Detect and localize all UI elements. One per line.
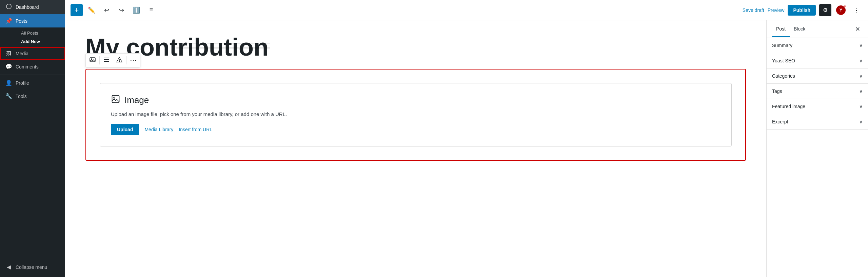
post-title[interactable]: My cont ribution xyxy=(85,34,746,61)
gear-icon: ⚙ xyxy=(823,7,828,13)
sidebar-divider xyxy=(0,75,65,75)
all-posts-link[interactable]: All Posts xyxy=(16,29,65,37)
pen-tool-button[interactable]: ✏️ xyxy=(85,4,98,16)
panel-section-yoast-header[interactable]: Yoast SEO ∨ xyxy=(767,53,868,68)
image-block-wrapper: ⋯ Image Upload an image file, pick one f… xyxy=(85,69,746,161)
panel-section-featured-image-header[interactable]: Featured image ∨ xyxy=(767,99,868,114)
image-block[interactable]: Image Upload an image file, pick one fro… xyxy=(85,69,746,161)
sidebar-item-tools[interactable]: 🔧 Tools xyxy=(0,90,65,103)
svg-point-7 xyxy=(119,61,120,62)
svg-rect-8 xyxy=(112,96,119,103)
collapse-label: Collapse menu xyxy=(16,264,47,270)
profile-icon: 👤 xyxy=(5,80,12,86)
main-area: + ✏️ ↩ ↪ ℹ️ ≡ Save draft Preview Publish… xyxy=(65,0,868,277)
block-more-button[interactable]: ⋯ xyxy=(127,54,139,66)
toolbar-left: + ✏️ ↩ ↪ ℹ️ ≡ xyxy=(71,4,157,16)
warning-icon xyxy=(116,56,123,64)
align-button[interactable] xyxy=(100,54,113,66)
toolbar-divider-2 xyxy=(126,56,126,64)
save-draft-button[interactable]: Save draft xyxy=(743,7,764,13)
sidebar-item-media[interactable]: 🖼 Media xyxy=(0,47,65,60)
redo-icon: ↪ xyxy=(119,6,124,14)
featured-image-label: Featured image xyxy=(772,104,805,109)
panel-section-yoast: Yoast SEO ∨ xyxy=(767,53,868,68)
sidebar-item-label: Tools xyxy=(16,94,27,99)
image-type-icon xyxy=(89,56,96,64)
pen-icon: ✏️ xyxy=(88,6,95,14)
image-type-button[interactable] xyxy=(86,54,99,66)
panel-section-excerpt: Excerpt ∨ xyxy=(767,114,868,130)
sidebar: Dashboard 📌 Posts All Posts Add New 🖼 Me… xyxy=(0,0,65,277)
warning-button[interactable] xyxy=(113,54,125,66)
excerpt-label: Excerpt xyxy=(772,119,788,124)
categories-chevron: ∨ xyxy=(859,73,863,79)
more-options-button[interactable]: ⋮ xyxy=(850,4,863,16)
collapse-menu[interactable]: ◀ Collapse menu xyxy=(0,260,65,274)
panel-section-tags-header[interactable]: Tags ∨ xyxy=(767,84,868,99)
media-library-button[interactable]: Media Library xyxy=(144,127,173,132)
list-icon: ≡ xyxy=(150,6,153,14)
tab-post[interactable]: Post xyxy=(772,21,790,37)
categories-label: Categories xyxy=(772,73,795,79)
right-panel: Post Block ✕ Summary ∨ Yoast SEO ∨ xyxy=(766,20,868,277)
top-toolbar: + ✏️ ↩ ↪ ℹ️ ≡ Save draft Preview Publish… xyxy=(65,0,868,20)
info-button[interactable]: ℹ️ xyxy=(130,4,142,16)
right-panel-header: Post Block ✕ xyxy=(767,20,868,38)
toolbar-right: Save draft Preview Publish ⚙ Y ⋮ xyxy=(743,4,863,16)
preview-button[interactable]: Preview xyxy=(768,7,785,13)
editor-content[interactable]: My cont ribution xyxy=(65,20,766,277)
panel-section-excerpt-header[interactable]: Excerpt ∨ xyxy=(767,114,868,129)
tags-label: Tags xyxy=(772,88,782,94)
sidebar-item-label: Comments xyxy=(16,64,39,70)
yoast-button[interactable]: Y xyxy=(835,4,847,16)
settings-button[interactable]: ⚙ xyxy=(819,4,831,16)
undo-button[interactable]: ↩ xyxy=(100,4,113,16)
panel-section-tags: Tags ∨ xyxy=(767,84,868,99)
panel-section-categories: Categories ∨ xyxy=(767,68,868,84)
info-icon: ℹ️ xyxy=(133,6,140,14)
image-block-actions: Upload Media Library Insert from URL xyxy=(111,124,721,135)
panel-section-featured-image: Featured image ∨ xyxy=(767,99,868,114)
insert-url-button[interactable]: Insert from URL xyxy=(179,127,212,132)
toolbar-divider xyxy=(99,56,100,64)
panel-section-categories-header[interactable]: Categories ∨ xyxy=(767,68,868,83)
summary-chevron: ∨ xyxy=(859,43,863,48)
list-view-button[interactable]: ≡ xyxy=(145,4,157,16)
svg-rect-5 xyxy=(104,61,109,62)
tags-chevron: ∨ xyxy=(859,88,863,94)
tab-block[interactable]: Block xyxy=(790,21,809,37)
yoast-chevron: ∨ xyxy=(859,58,863,63)
add-block-button[interactable]: + xyxy=(71,4,83,16)
close-icon: ✕ xyxy=(855,25,860,33)
dashboard-icon xyxy=(5,3,12,11)
collapse-icon: ◀ xyxy=(5,264,12,270)
yoast-dot xyxy=(844,5,846,7)
svg-rect-3 xyxy=(104,58,109,58)
svg-rect-4 xyxy=(104,59,109,60)
svg-point-9 xyxy=(114,97,115,98)
sidebar-item-comments[interactable]: 💬 Comments xyxy=(0,60,65,73)
block-toolbar: ⋯ xyxy=(85,53,140,67)
close-panel-button[interactable]: ✕ xyxy=(852,24,863,34)
publish-button[interactable]: Publish xyxy=(788,5,816,16)
sidebar-bottom: ◀ Collapse menu xyxy=(0,257,65,277)
featured-image-chevron: ∨ xyxy=(859,104,863,109)
block-more-icon: ⋯ xyxy=(130,57,137,64)
sidebar-item-posts[interactable]: 📌 Posts xyxy=(0,14,65,27)
summary-label: Summary xyxy=(772,43,792,48)
align-icon xyxy=(103,56,110,64)
sidebar-item-label: Dashboard xyxy=(16,4,39,10)
sidebar-item-profile[interactable]: 👤 Profile xyxy=(0,76,65,90)
panel-section-summary-header[interactable]: Summary ∨ xyxy=(767,38,868,53)
sidebar-item-dashboard[interactable]: Dashboard xyxy=(0,0,65,14)
media-icon: 🖼 xyxy=(5,51,12,57)
redo-button[interactable]: ↪ xyxy=(115,4,127,16)
editor-area: My cont ribution xyxy=(65,20,868,277)
more-icon: ⋮ xyxy=(853,6,860,14)
undo-icon: ↩ xyxy=(104,6,109,14)
sidebar-item-label: Media xyxy=(16,51,28,56)
upload-button[interactable]: Upload xyxy=(111,124,139,135)
add-new-link[interactable]: Add New xyxy=(16,37,65,46)
yoast-label: Yoast SEO xyxy=(772,58,795,63)
image-block-description: Upload an image file, pick one from your… xyxy=(111,111,721,117)
